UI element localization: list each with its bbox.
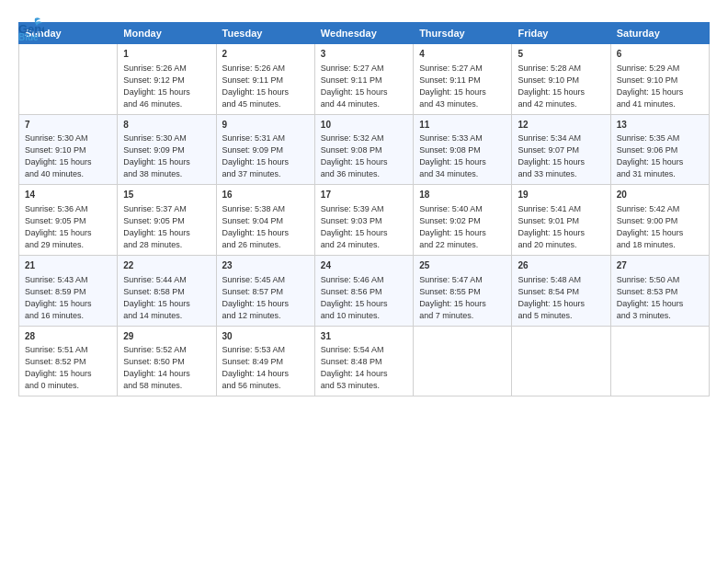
day-number: 16 (222, 189, 309, 202)
column-header-saturday: Saturday (610, 23, 709, 44)
day-details: Sunrise: 5:27 AM Sunset: 9:11 PM Dayligh… (419, 63, 506, 110)
calendar-cell: 17Sunrise: 5:39 AM Sunset: 9:03 PM Dayli… (314, 185, 413, 256)
calendar-cell: 4Sunrise: 5:27 AM Sunset: 9:11 PM Daylig… (414, 44, 512, 115)
day-details: Sunrise: 5:50 AM Sunset: 8:53 PM Dayligh… (617, 274, 703, 322)
day-details: Sunrise: 5:27 AM Sunset: 9:11 PM Dayligh… (321, 63, 407, 110)
day-number: 19 (518, 189, 604, 202)
calendar-cell: 19Sunrise: 5:41 AM Sunset: 9:01 PM Dayli… (512, 185, 610, 256)
calendar-table: SundayMondayTuesdayWednesdayThursdayFrid… (18, 22, 710, 396)
day-number: 9 (222, 119, 309, 132)
svg-text:Blue: Blue (18, 32, 39, 40)
day-number: 4 (419, 48, 506, 62)
calendar-cell: 7Sunrise: 5:30 AM Sunset: 9:10 PM Daylig… (19, 114, 118, 185)
calendar-cell: 2Sunrise: 5:26 AM Sunset: 9:11 PM Daylig… (216, 44, 314, 115)
day-details: Sunrise: 5:26 AM Sunset: 9:11 PM Dayligh… (222, 63, 309, 110)
day-number: 1 (123, 48, 210, 62)
day-number: 28 (25, 330, 111, 344)
day-number: 2 (222, 48, 309, 62)
day-number: 13 (617, 119, 703, 132)
day-number: 18 (419, 189, 506, 202)
calendar-cell: 22Sunrise: 5:44 AM Sunset: 8:58 PM Dayli… (118, 256, 216, 327)
calendar-cell (414, 326, 512, 396)
day-details: Sunrise: 5:34 AM Sunset: 9:07 PM Dayligh… (518, 132, 604, 180)
day-details: Sunrise: 5:47 AM Sunset: 8:55 PM Dayligh… (419, 274, 506, 322)
calendar-cell: 20Sunrise: 5:42 AM Sunset: 9:00 PM Dayli… (610, 185, 709, 256)
calendar-cell: 28Sunrise: 5:51 AM Sunset: 8:52 PM Dayli… (19, 326, 118, 396)
day-details: Sunrise: 5:30 AM Sunset: 9:10 PM Dayligh… (25, 132, 111, 180)
day-details: Sunrise: 5:38 AM Sunset: 9:04 PM Dayligh… (222, 203, 309, 251)
day-number: 30 (222, 330, 309, 344)
calendar-cell: 23Sunrise: 5:45 AM Sunset: 8:57 PM Dayli… (216, 256, 314, 327)
calendar-cell (512, 326, 610, 396)
logo: General Blue (18, 15, 47, 40)
calendar-cell: 9Sunrise: 5:31 AM Sunset: 9:09 PM Daylig… (216, 114, 314, 185)
calendar-cell: 29Sunrise: 5:52 AM Sunset: 8:50 PM Dayli… (118, 326, 216, 396)
day-number: 31 (321, 330, 407, 344)
day-details: Sunrise: 5:52 AM Sunset: 8:50 PM Dayligh… (123, 344, 210, 392)
day-details: Sunrise: 5:39 AM Sunset: 9:03 PM Dayligh… (321, 203, 407, 251)
day-number: 5 (518, 48, 604, 62)
day-details: Sunrise: 5:30 AM Sunset: 9:09 PM Dayligh… (123, 132, 210, 180)
day-number: 7 (25, 119, 111, 132)
day-details: Sunrise: 5:36 AM Sunset: 9:05 PM Dayligh… (25, 203, 111, 251)
column-header-tuesday: Tuesday (216, 23, 314, 44)
calendar-cell: 5Sunrise: 5:28 AM Sunset: 9:10 PM Daylig… (512, 44, 610, 115)
calendar-cell (19, 44, 118, 115)
day-details: Sunrise: 5:53 AM Sunset: 8:49 PM Dayligh… (222, 344, 309, 392)
column-header-friday: Friday (512, 23, 610, 44)
calendar-cell: 12Sunrise: 5:34 AM Sunset: 9:07 PM Dayli… (512, 114, 610, 185)
day-number: 24 (321, 259, 407, 273)
day-number: 10 (321, 119, 407, 132)
calendar-cell: 21Sunrise: 5:43 AM Sunset: 8:59 PM Dayli… (19, 256, 118, 327)
calendar-cell: 13Sunrise: 5:35 AM Sunset: 9:06 PM Dayli… (610, 114, 709, 185)
day-details: Sunrise: 5:29 AM Sunset: 9:10 PM Dayligh… (617, 63, 703, 110)
day-number: 26 (518, 259, 604, 273)
column-header-monday: Monday (118, 23, 216, 44)
day-number: 14 (25, 189, 111, 202)
calendar-cell: 31Sunrise: 5:54 AM Sunset: 8:48 PM Dayli… (314, 326, 413, 396)
day-details: Sunrise: 5:54 AM Sunset: 8:48 PM Dayligh… (321, 344, 407, 392)
day-number: 15 (123, 189, 210, 202)
day-number: 11 (419, 119, 506, 132)
calendar-cell: 11Sunrise: 5:33 AM Sunset: 9:08 PM Dayli… (414, 114, 512, 185)
day-details: Sunrise: 5:44 AM Sunset: 8:58 PM Dayligh… (123, 274, 210, 322)
day-number: 6 (617, 48, 703, 62)
day-number: 20 (617, 189, 703, 202)
day-details: Sunrise: 5:33 AM Sunset: 9:08 PM Dayligh… (419, 132, 506, 180)
calendar-cell: 3Sunrise: 5:27 AM Sunset: 9:11 PM Daylig… (314, 44, 413, 115)
calendar-cell: 25Sunrise: 5:47 AM Sunset: 8:55 PM Dayli… (414, 256, 512, 327)
column-header-thursday: Thursday (414, 23, 512, 44)
calendar-cell: 18Sunrise: 5:40 AM Sunset: 9:02 PM Dayli… (414, 185, 512, 256)
day-details: Sunrise: 5:41 AM Sunset: 9:01 PM Dayligh… (518, 203, 604, 251)
calendar-cell (610, 326, 709, 396)
day-number: 21 (25, 259, 111, 273)
calendar-cell: 30Sunrise: 5:53 AM Sunset: 8:49 PM Dayli… (216, 326, 314, 396)
day-number: 29 (123, 330, 210, 344)
day-number: 25 (419, 259, 506, 273)
day-details: Sunrise: 5:31 AM Sunset: 9:09 PM Dayligh… (222, 132, 309, 180)
calendar-cell: 15Sunrise: 5:37 AM Sunset: 9:05 PM Dayli… (118, 185, 216, 256)
day-details: Sunrise: 5:28 AM Sunset: 9:10 PM Dayligh… (518, 63, 604, 110)
day-number: 27 (617, 259, 703, 273)
day-number: 22 (123, 259, 210, 273)
day-details: Sunrise: 5:45 AM Sunset: 8:57 PM Dayligh… (222, 274, 309, 322)
day-details: Sunrise: 5:46 AM Sunset: 8:56 PM Dayligh… (321, 274, 407, 322)
calendar-cell: 8Sunrise: 5:30 AM Sunset: 9:09 PM Daylig… (118, 114, 216, 185)
day-number: 23 (222, 259, 309, 273)
day-details: Sunrise: 5:26 AM Sunset: 9:12 PM Dayligh… (123, 63, 210, 110)
calendar-cell: 1Sunrise: 5:26 AM Sunset: 9:12 PM Daylig… (118, 44, 216, 115)
day-details: Sunrise: 5:43 AM Sunset: 8:59 PM Dayligh… (25, 274, 111, 322)
calendar-cell: 16Sunrise: 5:38 AM Sunset: 9:04 PM Dayli… (216, 185, 314, 256)
calendar-cell: 10Sunrise: 5:32 AM Sunset: 9:08 PM Dayli… (314, 114, 413, 185)
day-details: Sunrise: 5:51 AM Sunset: 8:52 PM Dayligh… (25, 344, 111, 392)
day-number: 12 (518, 119, 604, 132)
day-details: Sunrise: 5:42 AM Sunset: 9:00 PM Dayligh… (617, 203, 703, 251)
calendar-cell: 27Sunrise: 5:50 AM Sunset: 8:53 PM Dayli… (610, 256, 709, 327)
calendar-cell: 26Sunrise: 5:48 AM Sunset: 8:54 PM Dayli… (512, 256, 610, 327)
column-header-wednesday: Wednesday (314, 23, 413, 44)
day-details: Sunrise: 5:48 AM Sunset: 8:54 PM Dayligh… (518, 274, 604, 322)
calendar-cell: 6Sunrise: 5:29 AM Sunset: 9:10 PM Daylig… (610, 44, 709, 115)
day-number: 3 (321, 48, 407, 62)
calendar-cell: 24Sunrise: 5:46 AM Sunset: 8:56 PM Dayli… (314, 256, 413, 327)
calendar-cell: 14Sunrise: 5:36 AM Sunset: 9:05 PM Dayli… (19, 185, 118, 256)
